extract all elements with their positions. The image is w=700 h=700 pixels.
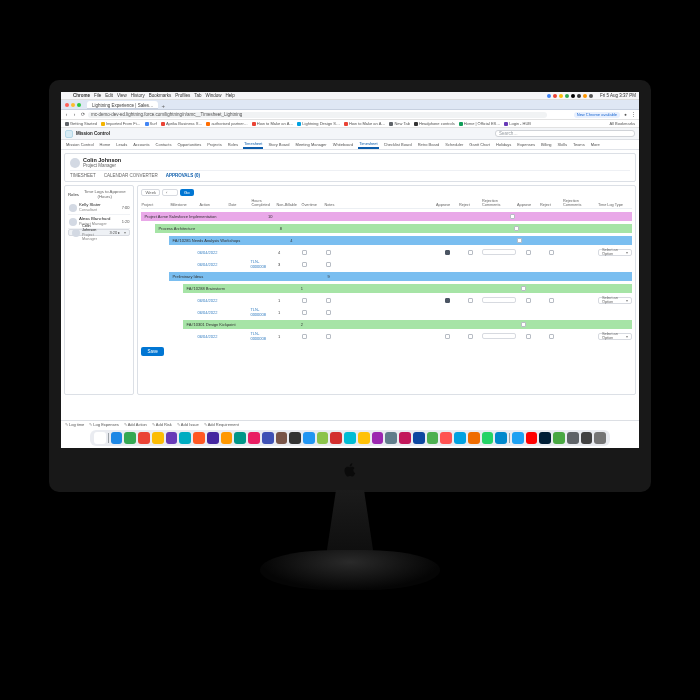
utility-item[interactable]: ✎Add Action <box>124 422 147 427</box>
timelog-type-select[interactable]: Select an Option <box>598 297 632 304</box>
nav-item[interactable]: Story Board <box>267 142 290 147</box>
nav-item[interactable]: More <box>590 142 601 147</box>
timelog-type-select[interactable]: Select an Option <box>598 249 632 256</box>
status-icon[interactable] <box>577 94 581 98</box>
dock-app-icon[interactable] <box>262 432 274 444</box>
utility-item[interactable]: ✎Log time <box>65 422 84 427</box>
dock-app-icon[interactable] <box>512 432 524 444</box>
bookmark-item[interactable]: Getting Started <box>65 121 97 126</box>
bookmark-item[interactable]: authorised partner… <box>206 121 247 126</box>
date-link[interactable]: 06/04/2022 <box>197 298 249 303</box>
menu-view[interactable]: View <box>117 93 127 98</box>
dock-app-icon[interactable] <box>495 432 507 444</box>
forward-icon[interactable]: › <box>72 112 77 117</box>
nav-item[interactable]: Home <box>99 142 112 147</box>
nav-item[interactable]: Whiteboard <box>332 142 354 147</box>
dock-app-icon[interactable] <box>440 432 452 444</box>
dock-app-icon[interactable] <box>413 432 425 444</box>
dock-app-icon[interactable] <box>317 432 329 444</box>
nav-item[interactable]: Billing <box>540 142 553 147</box>
user-row[interactable]: Kelly SlaterConsultant7:00 <box>68 201 130 215</box>
dock-app-icon[interactable] <box>539 432 551 444</box>
rejection-comment-input[interactable] <box>482 333 516 339</box>
rm-approve-checkbox[interactable] <box>526 250 531 255</box>
timelog-link[interactable]: TLN-0000008 <box>250 259 266 269</box>
menu-window[interactable]: Window <box>206 93 222 98</box>
bookmark-item[interactable]: How to Make an A… <box>252 121 293 126</box>
status-icon[interactable] <box>583 94 587 98</box>
dock-app-icon[interactable] <box>482 432 494 444</box>
status-icon[interactable] <box>559 94 563 98</box>
bookmark-item[interactable]: Surf <box>145 121 157 126</box>
nav-item[interactable]: Gantt Chart <box>468 142 491 147</box>
dock-app-icon[interactable] <box>594 432 606 444</box>
bookmark-item[interactable]: Headphone controls <box>414 121 455 126</box>
nav-item[interactable]: Skills <box>557 142 568 147</box>
new-chrome-pill[interactable]: New Chrome available <box>574 112 620 118</box>
timelog-type-select[interactable]: Select an Option <box>598 333 632 340</box>
dock-app-icon[interactable] <box>124 432 136 444</box>
profile-icon[interactable]: ● <box>623 112 628 117</box>
nav-item[interactable]: Timesheet <box>358 140 379 149</box>
dock-app-icon[interactable] <box>138 432 150 444</box>
extension-icon[interactable] <box>550 112 555 117</box>
pm-approve-checkbox[interactable] <box>445 298 450 303</box>
browser-tab[interactable]: Lightning Experience | Sales… <box>87 101 158 109</box>
dock-app-icon[interactable] <box>207 432 219 444</box>
tab-calendar-converter[interactable]: CALENDAR CONVERTER <box>104 173 158 178</box>
rm-reject-checkbox[interactable] <box>549 250 554 255</box>
action-bar[interactable]: FA#10285 Needs Analysis Workshops 4 <box>169 236 632 245</box>
menu-icon[interactable]: ⋮ <box>631 112 636 117</box>
utility-item[interactable]: ✎Add Risk <box>152 422 172 427</box>
bookmark-item[interactable]: How to Make an A… <box>344 121 385 126</box>
nav-item[interactable]: Scheduler <box>444 142 464 147</box>
dock-app-icon[interactable] <box>468 432 480 444</box>
nav-item[interactable]: Projects <box>206 142 222 147</box>
app-launcher-icon[interactable] <box>65 130 73 138</box>
nav-item[interactable]: Roles <box>227 142 239 147</box>
nav-item[interactable]: Expenses <box>516 142 536 147</box>
status-icon[interactable] <box>565 94 569 98</box>
extension-icon[interactable] <box>558 112 563 117</box>
dock-app-icon[interactable] <box>427 432 439 444</box>
dock-app-icon[interactable] <box>166 432 178 444</box>
bookmark-item[interactable]: Lightning Design S… <box>297 121 340 126</box>
pm-approve-checkbox[interactable] <box>445 250 450 255</box>
pm-approve-checkbox[interactable] <box>510 214 515 219</box>
menu-profiles[interactable]: Profiles <box>175 93 190 98</box>
dock-app-icon[interactable] <box>234 432 246 444</box>
nav-item[interactable]: Retro Board <box>417 142 441 147</box>
dock-app-icon[interactable] <box>111 432 123 444</box>
menubar-app[interactable]: Chrome <box>73 93 90 98</box>
bookmark-item[interactable]: New Tab <box>389 121 410 126</box>
project-bar[interactable]: Project Acme Salesforce Implementation 1… <box>141 212 632 221</box>
dock-app-icon[interactable] <box>358 432 370 444</box>
user-row[interactable]: Colin JohnsonProject Manager3:20 ▸ <box>68 229 130 236</box>
bookmark-item[interactable]: Imported From Fi… <box>101 121 141 126</box>
menu-history[interactable]: History <box>131 93 145 98</box>
nav-item[interactable]: Meeting Manager <box>295 142 328 147</box>
reload-icon[interactable]: ⟳ <box>80 112 85 117</box>
prev-week-button[interactable]: ‹ <box>162 189 178 196</box>
utility-item[interactable]: ✎Add Issue <box>177 422 199 427</box>
dock-app-icon[interactable] <box>399 432 411 444</box>
dock-app-icon[interactable] <box>276 432 288 444</box>
dock-app-icon[interactable] <box>94 432 106 444</box>
nav-item[interactable]: Mission Control <box>65 142 95 147</box>
global-search-input[interactable]: Search… <box>495 130 635 137</box>
dock-app-icon[interactable] <box>330 432 342 444</box>
status-icon[interactable] <box>571 94 575 98</box>
action-bar[interactable]: FA#10288 Brainstorm 1 <box>183 284 632 293</box>
menu-tab[interactable]: Tab <box>194 93 201 98</box>
window-controls[interactable] <box>63 101 83 109</box>
status-icon[interactable] <box>553 94 557 98</box>
bookmark-item[interactable]: Aprika Business S… <box>161 121 202 126</box>
utility-item[interactable]: ✎Add Requirement <box>204 422 239 427</box>
nonbillable-checkbox[interactable] <box>302 250 307 255</box>
dock-app-icon[interactable] <box>344 432 356 444</box>
dock-app-icon[interactable] <box>248 432 260 444</box>
utility-item[interactable]: ✎Log Expenses <box>89 422 118 427</box>
go-button[interactable]: Go <box>180 189 194 196</box>
dock-app-icon[interactable] <box>454 432 466 444</box>
all-bookmarks[interactable]: All Bookmarks <box>609 121 635 126</box>
